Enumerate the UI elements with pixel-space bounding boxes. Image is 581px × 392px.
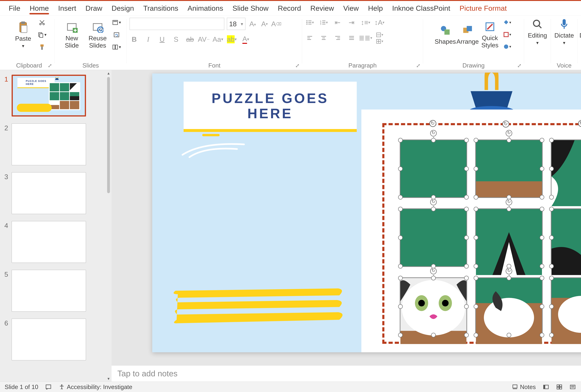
shape-outline-button[interactable]: ▾ (502, 30, 512, 39)
resize-handle[interactable] (398, 207, 403, 211)
slide-thumbnail-panel[interactable]: 1 PUZZLE GOESHERE 2 3 4 5 6 ▴ ▾ (0, 70, 112, 382)
tab-review[interactable]: Review (306, 1, 338, 15)
resize-handle[interactable] (398, 264, 403, 269)
rotation-handle[interactable] (502, 121, 509, 127)
resize-handle[interactable] (464, 304, 469, 309)
strikethrough-button[interactable]: ab (185, 35, 195, 44)
resize-handle[interactable] (474, 333, 478, 338)
format-painter-button[interactable] (37, 42, 46, 52)
resize-handle[interactable] (474, 195, 478, 200)
rotation-handle[interactable] (429, 120, 436, 127)
resize-handle[interactable] (464, 195, 469, 200)
rotation-handle[interactable] (506, 268, 512, 274)
accessibility-button[interactable]: Accessibility: Investigate (58, 384, 132, 390)
bullets-button[interactable]: ▾ (305, 18, 314, 27)
shape-fill-button[interactable]: ▾ (502, 18, 512, 27)
highlight-button[interactable]: ab▾ (227, 35, 236, 44)
tab-transitions[interactable]: Transitions (139, 1, 183, 15)
numbering-button[interactable]: 123▾ (319, 18, 328, 27)
font-size-combo[interactable]: 18▾ (227, 18, 246, 30)
resize-handle[interactable] (464, 138, 469, 142)
resize-handle[interactable] (540, 166, 544, 171)
scroll-down-icon[interactable]: ▾ (106, 376, 111, 381)
decrease-indent-button[interactable]: ⇤ (333, 18, 342, 27)
reuse-slides-button[interactable]: Reuse Slides (86, 20, 109, 49)
resize-handle[interactable] (549, 276, 554, 280)
resize-handle[interactable] (431, 333, 436, 338)
underline-button[interactable]: U (158, 35, 167, 44)
resize-handle[interactable] (431, 276, 436, 280)
resize-handle[interactable] (398, 235, 403, 240)
view-reading-button[interactable] (570, 384, 576, 390)
tab-picture-format[interactable]: Picture Format (455, 1, 512, 15)
paragraph-launcher[interactable]: ⤢ (415, 63, 421, 68)
tab-home[interactable]: Home (25, 1, 54, 15)
resize-handle[interactable] (464, 235, 469, 240)
resize-handle[interactable] (540, 195, 544, 200)
puzzle-tile[interactable] (400, 139, 467, 198)
resize-handle[interactable] (464, 276, 469, 280)
rotation-handle[interactable] (430, 268, 437, 274)
resize-handle[interactable] (398, 195, 403, 200)
rotation-handle[interactable] (430, 130, 437, 136)
resize-handle[interactable] (549, 235, 554, 240)
thumbnail-row[interactable]: 1 PUZZLE GOESHERE (4, 75, 112, 116)
resize-handle[interactable] (540, 304, 544, 309)
resize-handle[interactable] (549, 264, 554, 269)
tab-draw[interactable]: Draw (81, 1, 107, 15)
editing-button[interactable]: Editing▾ (526, 18, 548, 45)
slide-canvas[interactable]: PUZZLE GOESHERE (152, 73, 581, 352)
resize-handle[interactable] (507, 276, 511, 280)
line-spacing-button[interactable]: ↕≡▾ (361, 18, 370, 27)
resize-handle[interactable] (549, 333, 554, 338)
font-name-combo[interactable] (130, 18, 224, 30)
tab-inknoe-classpoint[interactable]: Inknoe ClassPoint (388, 1, 455, 15)
thumbnail-slide-3[interactable] (12, 172, 86, 214)
resize-handle[interactable] (540, 264, 544, 269)
copy-button[interactable]: ▾ (37, 30, 46, 39)
reset-slide-button[interactable] (112, 30, 121, 39)
resize-handle[interactable] (549, 166, 554, 171)
tab-file[interactable]: File (4, 1, 25, 15)
columns-button[interactable]: ≣≣▾ (361, 33, 370, 42)
puzzle-tile[interactable] (551, 208, 581, 267)
new-slide-button[interactable]: New Slide (60, 20, 84, 49)
resize-handle[interactable] (431, 207, 436, 211)
view-normal-button[interactable] (543, 384, 549, 390)
thumbnail-slide-6[interactable] (12, 319, 86, 361)
resize-handle[interactable] (540, 333, 544, 338)
char-spacing-button[interactable]: AV↔ (199, 35, 208, 44)
drawing-launcher[interactable]: ⤢ (516, 63, 522, 68)
resize-handle[interactable] (464, 264, 469, 269)
dictate-button[interactable]: Dictate▾ (553, 18, 575, 45)
rotation-handle[interactable] (430, 199, 437, 205)
thumbnail-row[interactable]: 3 (4, 172, 112, 214)
font-color-button[interactable]: A▾ (241, 35, 250, 44)
thumbnail-scrollbar[interactable]: ▴ ▾ (106, 70, 111, 382)
scrollbar-handle[interactable] (107, 77, 110, 193)
resize-handle[interactable] (507, 333, 511, 338)
bold-button[interactable]: B (130, 35, 139, 44)
layout-button[interactable]: ▾ (112, 18, 121, 27)
smartart-button[interactable]: ⊞▾ (375, 38, 384, 44)
language-button[interactable] (45, 384, 52, 390)
thumbnail-row[interactable]: 6 (4, 319, 112, 361)
thumbnail-row[interactable]: 5 (4, 270, 112, 312)
resize-handle[interactable] (474, 166, 478, 171)
decrease-font-button[interactable]: A▾ (260, 19, 269, 28)
increase-indent-button[interactable]: ⇥ (347, 18, 356, 27)
title-card[interactable]: PUZZLE GOESHERE (184, 82, 357, 130)
thumbnail-slide-4[interactable] (12, 221, 86, 263)
cut-button[interactable] (37, 18, 46, 27)
puzzle-tile[interactable] (475, 208, 543, 267)
thumbnail-slide-2[interactable] (12, 123, 86, 165)
section-button[interactable]: ▾ (112, 42, 121, 52)
thumbnail-row[interactable]: 2 (4, 123, 112, 165)
resize-handle[interactable] (398, 166, 403, 171)
tab-slideshow[interactable]: Slide Show (228, 1, 273, 15)
rotation-handle[interactable] (506, 199, 512, 205)
slide-position[interactable]: Slide 1 of 10 (5, 384, 38, 390)
resize-handle[interactable] (464, 333, 469, 338)
resize-handle[interactable] (474, 264, 478, 269)
puzzle-tile[interactable] (475, 277, 543, 336)
